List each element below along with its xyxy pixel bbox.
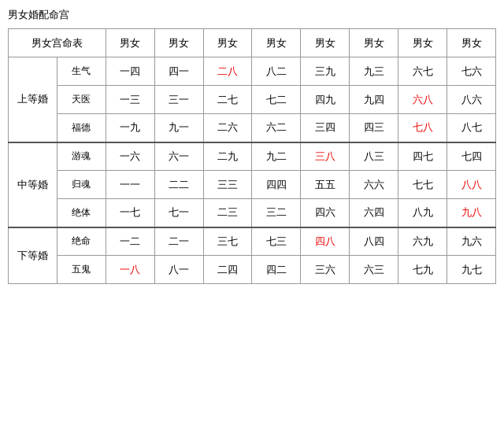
sub-label-0-1: 天医 bbox=[57, 86, 106, 114]
cell-0-0-3: 八二 bbox=[252, 57, 301, 86]
sub-label-1-1: 归魂 bbox=[57, 171, 106, 199]
cell-2-0-6: 六九 bbox=[398, 227, 447, 256]
cell-0-0-6: 六七 bbox=[398, 57, 447, 86]
cell-2-0-0: 一二 bbox=[106, 227, 154, 256]
cell-0-1-1: 三一 bbox=[154, 86, 203, 114]
cell-1-2-6: 八九 bbox=[398, 199, 447, 227]
cell-0-0-0: 一四 bbox=[106, 57, 154, 86]
cell-0-1-6: 六八 bbox=[398, 86, 447, 114]
cell-0-1-5: 九四 bbox=[350, 86, 398, 114]
cell-2-1-2: 二四 bbox=[203, 256, 252, 284]
cell-0-2-0: 一九 bbox=[106, 114, 154, 142]
cell-2-1-4: 三六 bbox=[301, 256, 350, 284]
cell-2-1-6: 七九 bbox=[398, 256, 447, 284]
cell-0-0-7: 七六 bbox=[447, 57, 496, 86]
cell-2-1-1: 八一 bbox=[154, 256, 203, 284]
sub-label-2-1: 五鬼 bbox=[57, 256, 106, 284]
col-header-4: 男女 bbox=[252, 29, 301, 57]
cell-1-1-4: 五五 bbox=[301, 171, 350, 199]
cell-2-1-5: 六三 bbox=[350, 256, 398, 284]
cell-2-1-0: 一八 bbox=[106, 256, 154, 284]
cell-0-2-6: 七八 bbox=[398, 114, 447, 142]
cell-2-0-5: 八四 bbox=[350, 227, 398, 256]
cell-1-0-4: 三八 bbox=[301, 142, 350, 171]
table-corner-header: 男女宫命表 bbox=[9, 29, 106, 57]
cell-0-1-4: 四九 bbox=[301, 86, 350, 114]
cell-1-1-5: 六六 bbox=[350, 171, 398, 199]
cell-1-1-3: 四四 bbox=[252, 171, 301, 199]
cell-1-0-1: 六一 bbox=[154, 142, 203, 171]
cell-0-2-1: 九一 bbox=[154, 114, 203, 142]
cell-0-1-2: 二七 bbox=[203, 86, 252, 114]
col-header-5: 男女 bbox=[301, 29, 350, 57]
col-header-6: 男女 bbox=[350, 29, 398, 57]
cell-0-2-5: 四三 bbox=[350, 114, 398, 142]
col-header-1: 男女 bbox=[106, 29, 154, 57]
cell-2-0-1: 二一 bbox=[154, 227, 203, 256]
sub-label-0-0: 生气 bbox=[57, 57, 106, 86]
cell-1-0-0: 一六 bbox=[106, 142, 154, 171]
cell-1-1-7: 八八 bbox=[447, 171, 496, 199]
col-header-2: 男女 bbox=[154, 29, 203, 57]
cell-0-2-2: 二六 bbox=[203, 114, 252, 142]
cell-0-1-3: 七二 bbox=[252, 86, 301, 114]
cell-1-2-1: 七一 bbox=[154, 199, 203, 227]
cell-1-1-1: 二二 bbox=[154, 171, 203, 199]
cell-1-0-7: 七四 bbox=[447, 142, 496, 171]
cell-1-2-3: 三二 bbox=[252, 199, 301, 227]
cell-0-1-7: 八六 bbox=[447, 86, 496, 114]
cell-0-2-3: 六二 bbox=[252, 114, 301, 142]
cell-2-0-3: 七三 bbox=[252, 227, 301, 256]
col-header-7: 男女 bbox=[398, 29, 447, 57]
cell-1-0-5: 八三 bbox=[350, 142, 398, 171]
cell-1-2-5: 六四 bbox=[350, 199, 398, 227]
cell-1-2-7: 九八 bbox=[447, 199, 496, 227]
page-title: 男女婚配命宫 bbox=[8, 8, 496, 22]
cell-2-0-7: 九六 bbox=[447, 227, 496, 256]
cell-2-0-2: 三七 bbox=[203, 227, 252, 256]
cell-0-0-2: 二八 bbox=[203, 57, 252, 86]
group-label-0: 上等婚 bbox=[9, 57, 57, 142]
cell-1-0-3: 九二 bbox=[252, 142, 301, 171]
main-table: 男女宫命表 男女 男女 男女 男女 男女 男女 男女 男女 上等婚生气一四四一二… bbox=[8, 28, 496, 284]
sub-label-1-2: 绝体 bbox=[57, 199, 106, 227]
cell-1-2-4: 四六 bbox=[301, 199, 350, 227]
cell-0-0-4: 三九 bbox=[301, 57, 350, 86]
sub-label-2-0: 绝命 bbox=[57, 227, 106, 256]
cell-1-2-2: 二三 bbox=[203, 199, 252, 227]
cell-0-1-0: 一三 bbox=[106, 86, 154, 114]
cell-1-1-0: 一一 bbox=[106, 171, 154, 199]
cell-1-2-0: 一七 bbox=[106, 199, 154, 227]
cell-1-1-6: 七七 bbox=[398, 171, 447, 199]
sub-label-0-2: 福德 bbox=[57, 114, 106, 142]
cell-1-0-2: 二九 bbox=[203, 142, 252, 171]
col-header-8: 男女 bbox=[447, 29, 496, 57]
cell-0-0-1: 四一 bbox=[154, 57, 203, 86]
group-label-2: 下等婚 bbox=[9, 227, 57, 284]
col-header-3: 男女 bbox=[203, 29, 252, 57]
cell-1-1-2: 三三 bbox=[203, 171, 252, 199]
cell-2-1-7: 九七 bbox=[447, 256, 496, 284]
cell-0-2-4: 三四 bbox=[301, 114, 350, 142]
cell-0-2-7: 八七 bbox=[447, 114, 496, 142]
group-label-1: 中等婚 bbox=[9, 142, 57, 227]
sub-label-1-0: 游魂 bbox=[57, 142, 106, 171]
cell-2-1-3: 四二 bbox=[252, 256, 301, 284]
cell-2-0-4: 四八 bbox=[301, 227, 350, 256]
cell-0-0-5: 九三 bbox=[350, 57, 398, 86]
cell-1-0-6: 四七 bbox=[398, 142, 447, 171]
